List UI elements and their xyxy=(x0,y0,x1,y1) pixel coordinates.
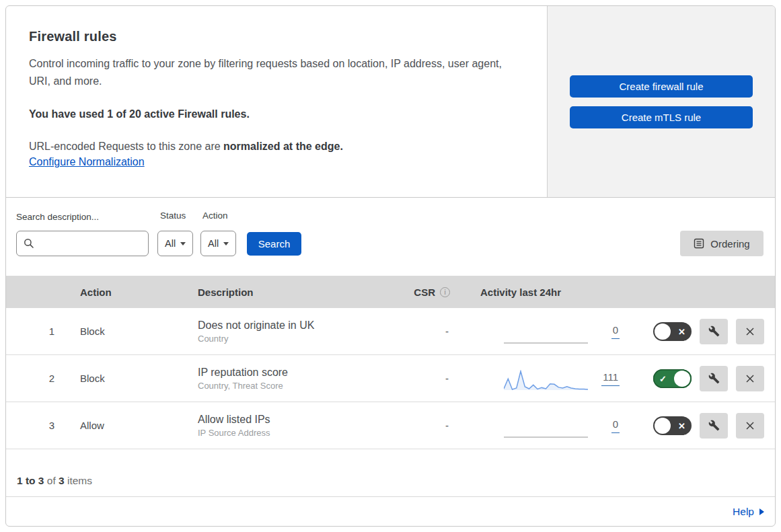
rule-fields: IP Source Address xyxy=(198,428,396,438)
table-header: Action Description CSR i Activity last 2… xyxy=(6,276,775,308)
x-icon: ✕ xyxy=(678,327,685,336)
items-range-text: 1 to 3 of 3 items xyxy=(17,475,92,487)
status-label: Status xyxy=(160,211,186,221)
rule-action: Allow xyxy=(68,420,181,431)
list-document-icon xyxy=(694,238,704,249)
activity-sparkline xyxy=(504,417,588,444)
rule-controls: ✓ ✕ xyxy=(632,366,775,391)
rule-controls: ✓ ✕ xyxy=(632,319,775,344)
edit-rule-button[interactable] xyxy=(700,413,728,439)
chevron-down-icon xyxy=(223,242,229,245)
delete-rule-button[interactable] xyxy=(736,413,764,439)
toggle-knob xyxy=(674,371,690,387)
table-row: 1 Block Does not originate in UK Country… xyxy=(6,308,775,355)
close-icon xyxy=(745,373,755,384)
rule-enabled-toggle[interactable]: ✓ ✕ xyxy=(653,369,692,388)
normalization-bold: normalized at the edge. xyxy=(223,141,343,152)
help-link[interactable]: Help xyxy=(733,506,764,518)
rule-csr: - xyxy=(396,373,455,384)
items-of: of xyxy=(44,475,59,486)
rule-priority: 1 xyxy=(6,326,68,337)
help-link-label: Help xyxy=(733,506,754,518)
rule-activity-cell: 0 xyxy=(455,402,632,449)
action-label: Action xyxy=(202,211,228,221)
wrench-icon xyxy=(708,373,720,384)
rule-description: Does not originate in UK xyxy=(198,319,396,332)
chevron-down-icon xyxy=(180,242,186,245)
usage-summary: You have used 1 of 20 active Firewall ru… xyxy=(29,108,527,120)
items-word: items xyxy=(65,475,92,486)
delete-rule-button[interactable] xyxy=(736,319,764,344)
ordering-button[interactable]: Ordering xyxy=(680,231,764,256)
description-column-header: Description xyxy=(181,287,396,298)
rule-activity-cell: 0 xyxy=(455,308,632,354)
wrench-icon xyxy=(708,420,720,431)
search-button[interactable]: Search xyxy=(247,232,301,256)
info-icon[interactable]: i xyxy=(440,287,450,297)
configure-normalization-link[interactable]: Configure Normalization xyxy=(29,156,145,168)
rule-csr: - xyxy=(396,420,455,431)
toggle-knob xyxy=(655,418,671,434)
close-icon xyxy=(745,420,755,431)
create-mtls-rule-button[interactable]: Create mTLS rule xyxy=(570,106,753,128)
rule-action: Block xyxy=(68,326,181,337)
normalization-note: URL-encoded Requests to this zone are no… xyxy=(29,138,527,155)
status-dropdown-value: All xyxy=(165,238,176,249)
activity-sparkline xyxy=(504,323,588,350)
intro-description: Control incoming traffic to your zone by… xyxy=(29,55,513,90)
csr-column-header: CSR i xyxy=(396,287,455,298)
create-firewall-rule-button[interactable]: Create firewall rule xyxy=(570,75,753,98)
rule-description: IP reputation score xyxy=(198,367,396,379)
action-dropdown[interactable]: All xyxy=(200,231,236,256)
rule-csr: - xyxy=(396,326,455,337)
activity-count-link[interactable]: 0 xyxy=(611,324,620,339)
rule-enabled-toggle[interactable]: ✓ ✕ xyxy=(653,416,692,435)
rule-description-cell: IP reputation score Country, Threat Scor… xyxy=(181,367,396,391)
ordering-button-label: Ordering xyxy=(710,238,749,250)
rule-description-cell: Does not originate in UK Country xyxy=(181,319,396,344)
edit-rule-button[interactable] xyxy=(700,366,728,391)
csr-column-label: CSR xyxy=(414,287,435,298)
table-footer: 1 to 3 of 3 items xyxy=(6,449,775,496)
items-range: 1 to 3 xyxy=(17,475,44,486)
search-field-wrap xyxy=(16,231,149,256)
rule-controls: ✓ ✕ xyxy=(632,413,775,439)
top-section: Firewall rules Control incoming traffic … xyxy=(6,6,775,198)
close-icon xyxy=(745,326,755,337)
rule-enabled-toggle[interactable]: ✓ ✕ xyxy=(653,322,692,341)
rule-fields: Country xyxy=(198,334,396,344)
rule-description-cell: Allow listed IPs IP Source Address xyxy=(181,414,396,438)
activity-column-header: Activity last 24hr xyxy=(455,287,632,298)
rule-description: Allow listed IPs xyxy=(198,414,396,426)
action-dropdown-value: All xyxy=(208,238,219,249)
delete-rule-button[interactable] xyxy=(736,366,764,391)
edit-rule-button[interactable] xyxy=(700,319,728,344)
rule-activity-cell: 111 xyxy=(455,355,632,402)
table-row: 3 Allow Allow listed IPs IP Source Addre… xyxy=(6,402,775,449)
check-icon: ✓ xyxy=(659,374,667,383)
actions-panel: Create firewall rule Create mTLS rule xyxy=(547,6,775,197)
rule-priority: 2 xyxy=(6,373,68,384)
rule-priority: 3 xyxy=(6,420,68,431)
table-row: 2 Block IP reputation score Country, Thr… xyxy=(6,355,775,402)
status-dropdown[interactable]: All xyxy=(157,231,193,256)
search-input[interactable] xyxy=(16,231,149,256)
rule-fields: Country, Threat Score xyxy=(198,381,396,391)
toggle-knob xyxy=(655,324,671,340)
wrench-icon xyxy=(708,326,720,337)
activity-count-link[interactable]: 111 xyxy=(601,371,620,386)
normalization-prefix: URL-encoded Requests to this zone are xyxy=(29,141,223,152)
action-column-header: Action xyxy=(68,287,181,298)
x-icon: ✕ xyxy=(678,421,685,430)
page-title: Firewall rules xyxy=(29,29,527,44)
filter-bar: Search description... Status All Action … xyxy=(6,198,775,276)
help-strip: Help xyxy=(6,496,775,526)
activity-count-link[interactable]: 0 xyxy=(611,418,620,433)
firewall-rules-card: Firewall rules Control incoming traffic … xyxy=(5,5,776,527)
rule-action: Block xyxy=(68,373,181,384)
activity-sparkline xyxy=(504,370,588,397)
arrow-right-icon xyxy=(759,508,764,515)
search-label: Search description... xyxy=(16,212,99,222)
items-total: 3 xyxy=(59,475,65,486)
intro-panel: Firewall rules Control incoming traffic … xyxy=(6,6,547,197)
